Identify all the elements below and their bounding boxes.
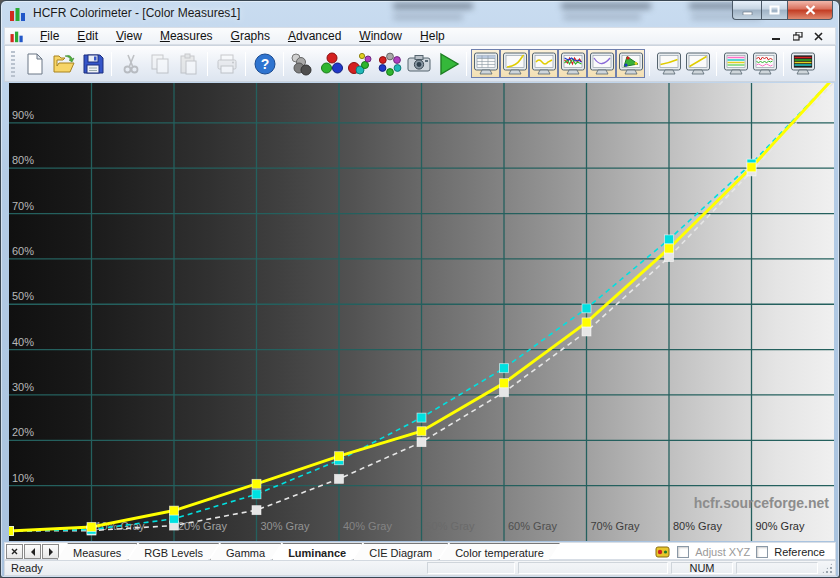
menu-help[interactable]: Help — [411, 28, 454, 44]
save-button[interactable] — [78, 49, 107, 78]
tab-nav-buttons — [6, 544, 60, 559]
x-axis-label: 60% Gray — [508, 520, 557, 532]
menu-file[interactable]: File — [31, 28, 68, 44]
tab-luminance[interactable]: Luminance — [272, 543, 362, 560]
y-axis-label: 60% — [12, 245, 34, 257]
reference-gamma-2.2-marker — [665, 253, 674, 262]
mon-dip-icon — [589, 51, 615, 77]
y-axis-label: 50% — [12, 290, 34, 302]
minimize-icon — [772, 32, 781, 41]
mdi-close-button[interactable] — [810, 30, 827, 43]
play-icon — [435, 51, 461, 77]
menu-view[interactable]: View — [107, 28, 151, 44]
measure-secondaries-button[interactable] — [346, 49, 375, 78]
menu-window[interactable]: Window — [350, 28, 411, 44]
caption-buttons — [732, 1, 833, 20]
mon-curve-icon — [502, 51, 528, 77]
print-button — [212, 49, 241, 78]
tab-next-button[interactable] — [42, 544, 59, 559]
chevron-right-icon — [48, 548, 54, 556]
capture-button[interactable] — [404, 49, 433, 78]
menu-measures[interactable]: Measures — [151, 28, 222, 44]
tab-close-button[interactable] — [6, 544, 23, 559]
measure-primaries-button[interactable] — [317, 49, 346, 78]
tab-color-temperature[interactable]: Color temperature — [439, 543, 560, 560]
chart-axis-labels: 10%20%30%40%50%60%70%80%90%10% Gray20% G… — [12, 109, 805, 532]
view-color-temperature-button[interactable] — [721, 49, 750, 78]
run-measures-button[interactable] — [433, 49, 462, 78]
cut-icon — [119, 52, 143, 76]
cut-button — [116, 49, 145, 78]
tab-gamma[interactable]: Gamma — [210, 543, 281, 560]
tab-cie-diagram[interactable]: CIE Diagram — [353, 543, 448, 560]
maximize-button[interactable] — [761, 1, 788, 20]
minimize-button[interactable] — [732, 1, 761, 20]
mdi-restore-button[interactable] — [789, 30, 806, 43]
view-measures-button[interactable] — [471, 49, 500, 78]
paste-icon — [177, 52, 201, 76]
measured-luminance-marker — [665, 244, 674, 253]
reference-gamma-2.0-marker — [582, 304, 591, 313]
toolbar-separator — [466, 52, 467, 76]
view-overlay-button[interactable] — [788, 49, 817, 78]
reference-gamma-2.2-marker — [417, 438, 426, 447]
toolbar-group — [20, 49, 107, 78]
reference-gamma-2.2-marker — [252, 506, 261, 515]
view-gamma-curve-button[interactable] — [500, 49, 529, 78]
tab-measures[interactable]: Measures — [57, 543, 137, 560]
mon-noise-icon — [752, 51, 778, 77]
close-button[interactable] — [788, 1, 833, 20]
reference-checkbox[interactable] — [756, 546, 768, 558]
reference-gamma-2.0-marker — [500, 364, 509, 373]
glass-reflection — [561, 3, 651, 9]
toolbar-group — [471, 49, 645, 78]
x-axis-label: 70% Gray — [591, 520, 640, 532]
reference-gamma-2.0-markers — [9, 159, 756, 535]
reference-gamma-2.2-marker — [500, 388, 509, 397]
mon-dark-icon — [790, 51, 816, 77]
view-luminance-wave-button[interactable] — [529, 49, 558, 78]
spheres-arc-icon — [348, 51, 374, 77]
view-noise-button[interactable] — [750, 49, 779, 78]
chevron-left-icon — [30, 548, 36, 556]
mdi-minimize-button[interactable] — [768, 30, 785, 43]
toolbar-group — [654, 49, 712, 78]
graph-tab-bar: MeasuresRGB LevelsGammaLuminanceCIE Diag… — [4, 542, 836, 560]
toolbar-grip[interactable] — [11, 51, 15, 77]
toolbar-group — [212, 49, 241, 78]
reference-gamma-2.2-marker — [582, 327, 591, 336]
tab-rgb-levels[interactable]: RGB Levels — [128, 543, 219, 560]
menu-advanced[interactable]: Advanced — [279, 28, 350, 44]
reference-gamma-2.0-marker — [665, 235, 674, 244]
print-icon — [215, 52, 239, 76]
mon-cie-icon — [618, 51, 644, 77]
toolbar-group — [116, 49, 203, 78]
view-rgb-levels-button[interactable] — [558, 49, 587, 78]
x-axis-label: 90% Gray — [756, 520, 805, 532]
tab-label: Color temperature — [455, 547, 544, 559]
view-gamma2-button[interactable] — [587, 49, 616, 78]
y-axis-label: 70% — [12, 200, 34, 212]
toolbar-separator — [245, 52, 246, 76]
tab-prev-button[interactable] — [24, 544, 41, 559]
svg-text:?: ? — [260, 56, 269, 72]
menu-graphs[interactable]: Graphs — [222, 28, 279, 44]
open-button[interactable] — [49, 49, 78, 78]
toolbar-separator — [207, 52, 208, 76]
resize-grip[interactable] — [821, 562, 834, 575]
measure-grayscale-button[interactable] — [288, 49, 317, 78]
view-gamma-diag-button[interactable] — [683, 49, 712, 78]
adjust-xyz-checkbox[interactable] — [677, 546, 689, 558]
menu-edit[interactable]: Edit — [68, 28, 107, 44]
new-button[interactable] — [20, 49, 49, 78]
sensor-icon — [655, 545, 671, 559]
view-cie-diagram-button[interactable] — [616, 49, 645, 78]
measure-all-colors-button[interactable] — [375, 49, 404, 78]
tab-label: CIE Diagram — [369, 547, 432, 559]
reference-gamma-2.0-marker — [417, 413, 426, 422]
view-luminance-button[interactable] — [654, 49, 683, 78]
help-button[interactable]: ? — [250, 49, 279, 78]
measured-luminance-marker — [747, 163, 756, 172]
glass-reflection — [563, 14, 641, 20]
num-lock-indicator: NUM — [671, 562, 733, 574]
